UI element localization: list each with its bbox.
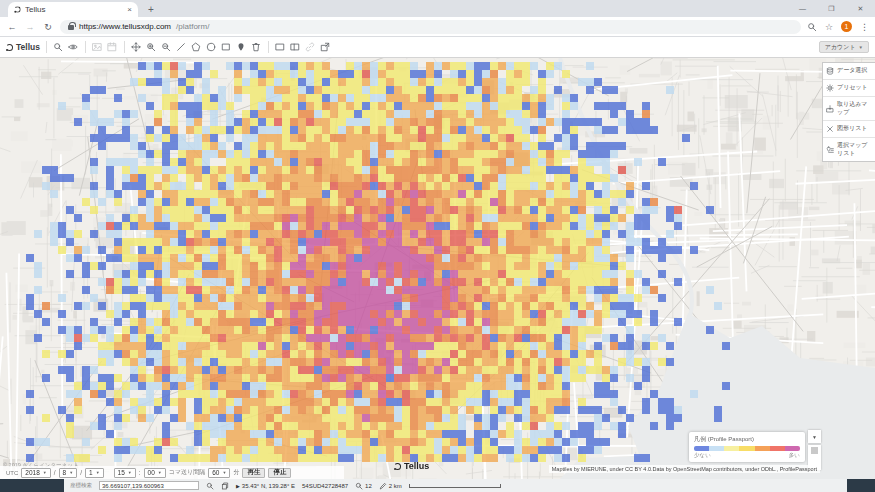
link-icon — [305, 42, 315, 52]
toolbar-divider — [85, 41, 86, 53]
window-icon — [275, 42, 285, 52]
zoom-in-icon — [146, 42, 156, 52]
search-icon — [53, 42, 63, 52]
profile-avatar[interactable]: 1 — [841, 21, 852, 32]
shapes-icon — [826, 125, 834, 133]
toolbar-divider — [268, 41, 269, 53]
map-area: データ選択プリセット取り込みマップ図形リスト選択マップリスト 凡例 (Profi… — [0, 58, 875, 479]
tellus-logo: Tellus — [6, 42, 40, 52]
toolbar-window-button[interactable] — [273, 39, 288, 56]
toolbar-pin-button[interactable] — [234, 39, 249, 56]
year-select[interactable]: 2018 — [21, 468, 50, 478]
import-icon — [826, 105, 834, 113]
stop-button[interactable]: 停止 — [268, 468, 291, 478]
play-button[interactable]: 再生 — [242, 468, 265, 478]
year-value: 2018 — [25, 469, 39, 476]
toolbar-polygon-button[interactable] — [189, 39, 204, 56]
toolbar-zoom-in-button[interactable] — [144, 39, 159, 56]
sidebar-item-gear[interactable]: プリセット — [823, 80, 875, 97]
legend-min-label: 少ない — [694, 452, 711, 459]
zoom-level-value: 12 — [365, 483, 372, 489]
toolbar-link-button — [303, 39, 318, 56]
browser-menu-icon[interactable]: ⋮ — [860, 22, 869, 32]
forward-icon[interactable]: → — [24, 22, 36, 32]
reload-icon[interactable]: ↻ — [42, 22, 54, 32]
time-separator: : — [139, 469, 141, 476]
month-value: 8 — [63, 469, 67, 476]
tellus-watermark-icon — [394, 463, 401, 470]
url-input[interactable]: https://www.tellusxdp.com/platform/ — [60, 20, 801, 34]
status-bar-panel: 座標検索 ▶ 35.43° N, 139.28° E 54SUD42728487… — [64, 479, 847, 492]
copy-icon[interactable] — [221, 482, 229, 490]
page-zoom-icon[interactable] — [807, 22, 817, 32]
window-split-icon — [290, 42, 300, 52]
toolbar-eye-button[interactable] — [66, 39, 81, 56]
legend-color-segment — [755, 446, 770, 451]
status-bar: 座標検索 ▶ 35.43° N, 139.28° E 54SUD42728487… — [0, 479, 875, 492]
sidebar-item-database[interactable]: データ選択 — [823, 63, 875, 80]
rectangle-icon — [221, 42, 231, 52]
sidebar-item-label: 取り込みマップ — [837, 101, 872, 116]
interval-select[interactable]: 60 — [208, 468, 230, 478]
maximize-window-icon[interactable]: ❐ — [817, 0, 846, 17]
back-icon[interactable]: ← — [6, 22, 18, 32]
toolbar-icon-groups — [42, 39, 333, 56]
tellus-logo-icon — [6, 44, 13, 51]
date-separator: / — [54, 469, 56, 476]
toolbar-line-button[interactable] — [174, 39, 189, 56]
sidebar-item-import[interactable]: 取り込みマップ — [823, 97, 875, 121]
month-select[interactable]: 8 — [59, 468, 78, 478]
coordinate-search-icon[interactable] — [206, 482, 214, 490]
sidebar-item-shapes[interactable]: 図形リスト — [823, 121, 875, 138]
window-controls: — ❐ ✕ — [788, 0, 875, 17]
toolbar-window-split-button[interactable] — [288, 39, 303, 56]
coordinate-search-label: 座標検索 — [70, 482, 92, 489]
sidebar-item-label: プリセット — [837, 84, 868, 92]
sidebar-item-label: 図形リスト — [837, 125, 867, 133]
minute-select[interactable]: 00 — [144, 468, 166, 478]
toolbar-divider — [46, 41, 47, 53]
toolbar-trash-button[interactable] — [249, 39, 264, 56]
zoom-level-icon — [355, 482, 363, 490]
map-scale: 2 km — [379, 482, 402, 490]
lock-icon — [68, 25, 74, 30]
tellus-logo-text: Tellus — [16, 42, 40, 52]
address-bar-actions: ☆ 1 ⋮ — [807, 21, 869, 32]
toolbar-search-button[interactable] — [51, 39, 66, 56]
timezone-label: UTC — [6, 470, 18, 476]
legend-collapse-button[interactable]: ▼ — [808, 430, 821, 443]
scale-bar — [409, 484, 501, 488]
map-canvas[interactable] — [0, 58, 875, 479]
sidebar-item-map-list[interactable]: 選択マップリスト — [823, 138, 875, 161]
pencil-icon — [379, 482, 387, 490]
map-scale-value: 2 km — [389, 483, 402, 489]
legend-color-segment — [770, 446, 785, 451]
toolbar-zoom-out-button[interactable] — [159, 39, 174, 56]
timeline-bar: UTC 2018 / 8 / 1 15 : 00 コマ送り間隔 60 分 再生 … — [0, 466, 344, 479]
close-tab-icon[interactable]: × — [127, 5, 132, 14]
toolbar-share-button[interactable] — [318, 39, 333, 56]
account-button-label: アカウント — [825, 43, 856, 52]
toolbar-rectangle-button[interactable] — [219, 39, 234, 56]
new-tab-button[interactable]: + — [148, 2, 154, 17]
account-button[interactable]: アカウント ▼ — [819, 41, 869, 53]
browser-window: Tellus × + — ❐ ✕ ← → ↻ https://www.tellu… — [0, 0, 875, 492]
minute-value: 00 — [148, 469, 155, 476]
zoom-level: 12 — [355, 482, 372, 490]
close-window-icon[interactable]: ✕ — [846, 0, 875, 17]
browser-tab[interactable]: Tellus × — [8, 2, 138, 17]
coordinate-search-input[interactable] — [99, 481, 199, 490]
toolbar-move-button[interactable] — [129, 39, 144, 56]
day-select[interactable]: 1 — [85, 468, 104, 478]
minimize-window-icon[interactable]: — — [788, 0, 817, 17]
map-attribution: Maptiles by MIERUNE, under CC BY 4.0.Dat… — [549, 465, 820, 473]
interval-unit-label: 分 — [233, 468, 239, 477]
scrollbar-thumb[interactable] — [811, 447, 818, 454]
legend-color-ramp — [694, 446, 800, 451]
sidebar-item-label: データ選択 — [837, 67, 867, 75]
hour-value: 15 — [118, 469, 125, 476]
url-path: /platform/ — [176, 22, 209, 31]
toolbar-circle-button[interactable] — [204, 39, 219, 56]
hour-select[interactable]: 15 — [114, 468, 136, 478]
bookmark-star-icon[interactable]: ☆ — [825, 22, 833, 32]
